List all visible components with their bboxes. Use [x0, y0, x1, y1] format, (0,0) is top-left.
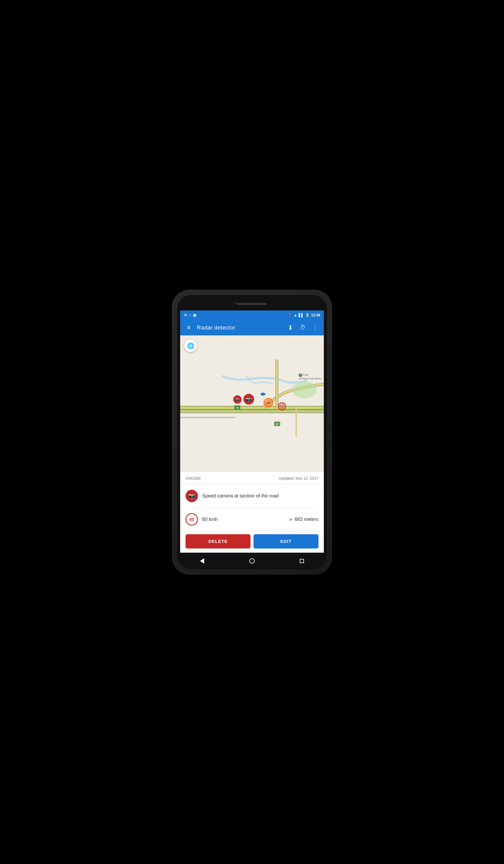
updated-date: Updated: Nov 12, 2017 — [279, 476, 319, 481]
map-background: 9 27 🌐 P Park Zorrilla de San — [180, 335, 324, 472]
signal-icon: ▌▌ — [299, 313, 304, 317]
divider-3 — [185, 531, 319, 531]
edit-button[interactable]: EDIT — [253, 534, 319, 549]
navigation-icon: ➤ — [288, 516, 293, 523]
speed-limit-text: 60 kmh — [202, 517, 284, 522]
speed-camera-marker-main[interactable]: 📷 — [243, 394, 254, 405]
divider-2 — [185, 507, 319, 508]
more-icon[interactable]: ⋮ — [311, 324, 320, 331]
speed-distance-row: 60 60 kmh ➤ 683 meters — [185, 510, 319, 529]
globe-button[interactable]: 🌐 — [184, 339, 197, 352]
location-dot — [261, 393, 265, 396]
speed-camera-marker-small[interactable]: 📷 — [233, 395, 242, 404]
svg-text:9: 9 — [237, 406, 238, 409]
location-icon: 📍 — [288, 313, 292, 317]
park-label: P Park Zorrilla de San Martín — [299, 373, 322, 380]
svg-point-15 — [292, 381, 317, 398]
front-camera — [234, 302, 237, 304]
sync-icon: ○ — [189, 313, 191, 317]
status-bar: ✉ ○ ▣ 📍 ▲ ▌▌ 🔋 12:08 — [180, 311, 324, 320]
card-actions: DELETE EDIT — [185, 534, 319, 549]
back-button[interactable] — [198, 557, 206, 565]
app-bar: ≡ Radar detector ⬇ ⏱ ⋮ — [180, 320, 324, 335]
wifi-icon: ▲ — [293, 313, 297, 317]
home-button[interactable] — [248, 557, 256, 565]
card-header: #281590 Updated: Nov 12, 2017 — [185, 476, 319, 481]
svg-text:27: 27 — [276, 422, 279, 425]
download-icon[interactable]: ⬇ — [286, 324, 295, 331]
camera-type-row: 📷 Speed camera at section of the road — [185, 487, 319, 505]
screen: ✉ ○ ▣ 📍 ▲ ▌▌ 🔋 12:08 ≡ Radar detector ⬇ … — [180, 311, 324, 553]
distance-group: ➤ 683 meters — [288, 516, 319, 523]
svg-rect-0 — [180, 359, 324, 448]
speed-limit-circle-2 — [278, 402, 286, 410]
park-icon: P — [299, 373, 302, 377]
info-card: #281590 Updated: Nov 12, 2017 📷 Speed ca… — [180, 472, 324, 553]
camera-type-icon: 📷 — [185, 490, 198, 502]
map-svg: 9 27 — [180, 335, 324, 472]
menu-icon[interactable]: ≡ — [184, 324, 193, 331]
camera-id: #281590 — [185, 476, 201, 481]
phone-inner: ✉ ○ ▣ 📍 ▲ ▌▌ 🔋 12:08 ≡ Radar detector ⬇ … — [177, 295, 327, 569]
delete-button[interactable]: DELETE — [185, 534, 251, 549]
nav-bar — [177, 553, 327, 569]
time-display: 12:08 — [311, 313, 320, 317]
recents-icon — [300, 559, 304, 563]
speed-limit-badge: 60 — [185, 513, 198, 526]
speaker — [237, 303, 267, 305]
divider-1 — [185, 484, 319, 484]
camera-description: Speed camera at section of the road — [202, 493, 279, 499]
mail-icon: ✉ — [184, 313, 187, 317]
clock-icon[interactable]: ⏱ — [298, 324, 307, 331]
speed-limit-circle-1: 110 — [264, 398, 273, 408]
status-icons-right: 📍 ▲ ▌▌ 🔋 12:08 — [288, 313, 320, 317]
back-icon — [200, 558, 204, 564]
distance-text: 683 meters — [295, 517, 319, 522]
clipboard-icon: ▣ — [193, 313, 196, 317]
map-area[interactable]: 9 27 🌐 P Park Zorrilla de San — [180, 335, 324, 472]
battery-icon: 🔋 — [305, 313, 310, 317]
recents-button[interactable] — [298, 557, 306, 565]
app-title: Radar detector — [197, 324, 282, 331]
status-icons-left: ✉ ○ ▣ — [184, 313, 196, 317]
globe-icon: 🌐 — [187, 342, 194, 349]
camera-icon: 📷 — [189, 493, 195, 499]
phone-frame: ✉ ○ ▣ 📍 ▲ ▌▌ 🔋 12:08 ≡ Radar detector ⬇ … — [172, 290, 332, 575]
home-icon — [249, 558, 255, 564]
